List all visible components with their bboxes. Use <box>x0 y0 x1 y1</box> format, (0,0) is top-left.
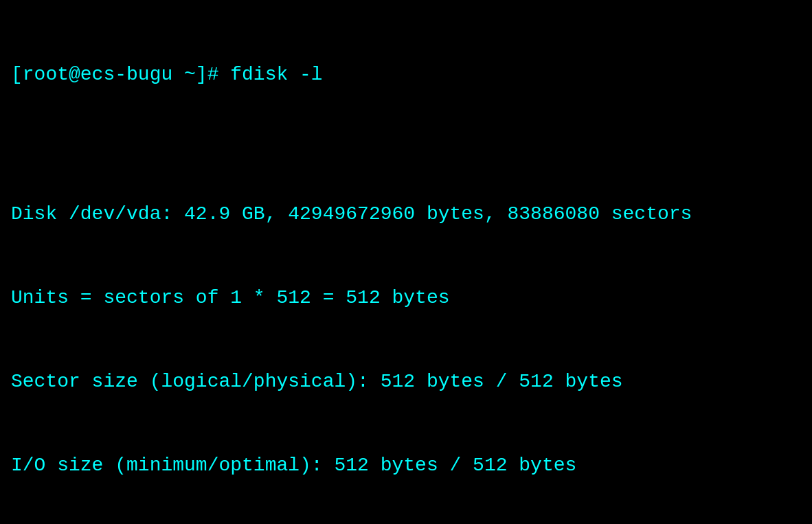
vda-sector-size: Sector size (logical/physical): 512 byte… <box>11 368 801 396</box>
vda-units: Units = sectors of 1 * 512 = 512 bytes <box>11 284 801 312</box>
terminal-output: [root@ecs-bugu ~]# fdisk -l Disk /dev/vd… <box>11 5 801 524</box>
vda-disk-info-1: Disk /dev/vda: 42.9 GB, 42949672960 byte… <box>11 201 801 229</box>
vda-io-size: I/O size (minimum/optimal): 512 bytes / … <box>11 452 801 480</box>
command-line: [root@ecs-bugu ~]# fdisk -l <box>11 61 801 89</box>
